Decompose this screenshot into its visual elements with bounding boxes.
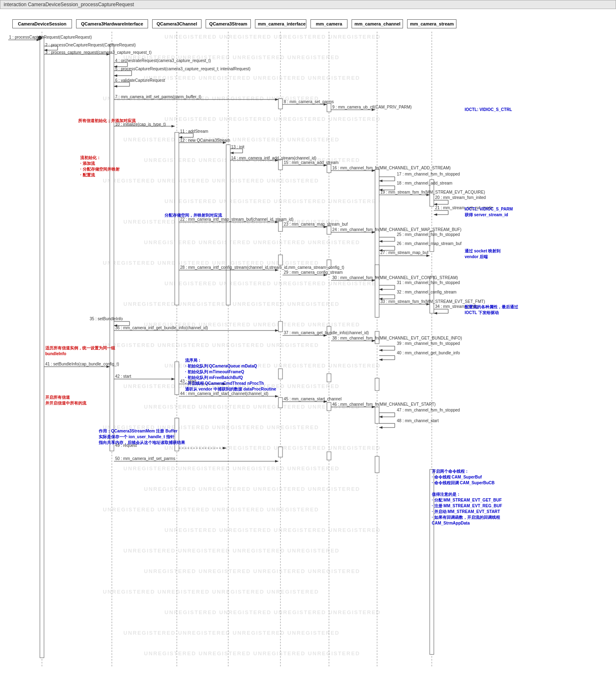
lifeline-header-4: QCamera3Stream bbox=[206, 19, 251, 28]
msg-13-label: 13 : init bbox=[231, 145, 244, 149]
msg-47-label: 47 : mm_channel_fsm_fn_stopped bbox=[397, 408, 460, 412]
watermark-13: UNREGISTERED UNREGISTERED UNREGISTERED U… bbox=[164, 280, 381, 287]
msg-28-label: 28 : mm_camera_intf_config_stream(channe… bbox=[180, 265, 344, 270]
svg-rect-14 bbox=[226, 145, 230, 305]
svg-rect-9 bbox=[40, 37, 44, 658]
note-config-stream: 配置流的各种属性，最后通过 IOCTL 下发给驱动 bbox=[465, 304, 518, 316]
svg-rect-34 bbox=[375, 378, 379, 391]
svg-rect-30 bbox=[327, 452, 331, 460]
msg-1-label: 1 : processCaptureRequest(CaptureRequest… bbox=[9, 35, 92, 39]
msg-8-label: 8 : mm_camera_set_parms bbox=[284, 99, 334, 104]
note-request-buf: 作用：QCamera3StreamMem 注册 Buffer 实际是保存一个 i… bbox=[99, 428, 185, 446]
msg-42-label: 42 : start bbox=[115, 374, 131, 379]
msg-39-label: 39 : mm_channel_fsm_fn_stopped bbox=[397, 341, 460, 346]
msg-25-label: 25 : mm_channel_fsm_fn_stopped bbox=[397, 232, 460, 237]
msg-46-label: 46 : mm_channel_fsm_fn(MM_CHANNEL_EVT_ST… bbox=[332, 402, 435, 407]
note-socket-map: 通过 socket 映射到 vendor 后端 bbox=[465, 248, 500, 260]
svg-rect-10 bbox=[110, 44, 114, 451]
msg-38-label: 38 : mm_channel_fsm_fn(MM_CHANNEL_EVT_GE… bbox=[332, 336, 462, 340]
msg-37-label: 37 : mm_camera_get_bundle_info(channel_i… bbox=[284, 331, 369, 335]
svg-rect-31 bbox=[375, 169, 379, 317]
watermark-14: UNREGISTERED UNREGISTERED UNREGISTERED U… bbox=[123, 301, 340, 307]
msg-19-label: 19 : mm_stream_fsm_fn(MM_STREAM_EVT_ACQU… bbox=[380, 190, 485, 194]
msg-33-label: 33 : mm_stream_fsm_fn(MM_STREAM_EVT_SET_… bbox=[380, 299, 485, 304]
lifeline-header-2: QCamera3HardwareInterface bbox=[76, 19, 148, 28]
msg-26-label: 26 : mm_channel_map_stream_buf bbox=[397, 241, 461, 246]
note-all-channels: 所有信道初始化；并添加对应流 bbox=[78, 118, 136, 124]
msg-24-label: 24 : mm_channel_fsm_fn(MM_CHANNEL_EVT_MA… bbox=[332, 227, 461, 232]
svg-rect-22 bbox=[278, 447, 283, 457]
svg-rect-24 bbox=[327, 164, 331, 173]
msg-6-label: 6 : validateCaptureRequest bbox=[115, 78, 165, 83]
msg-40-label: 40 : mm_channel_get_bundle_info bbox=[397, 351, 460, 355]
svg-rect-21 bbox=[278, 398, 283, 408]
lifeline-header-3: QCamera3Channel bbox=[152, 19, 201, 28]
watermark-3: UNREGISTERED UNREGISTERED UNREGISTERED U… bbox=[144, 75, 360, 81]
note-stream-init: 流初始化： · 添加流 · 分配存储空间并映射 · 配置流 bbox=[80, 155, 120, 178]
watermark-16: UNREGISTERED UNREGISTERED UNREGISTERED U… bbox=[103, 342, 319, 348]
watermark-28: UNREGISTERED UNREGISTERED UNREGISTERED U… bbox=[103, 589, 319, 595]
svg-rect-12 bbox=[175, 362, 179, 395]
msg-5-label: 5 : processCaptureRequest(camera3_captur… bbox=[115, 67, 250, 71]
watermark-22: UNREGISTERED UNREGISTERED UNREGISTERED U… bbox=[123, 465, 340, 472]
lifeline-header-5: mm_camera_interface bbox=[255, 19, 306, 28]
msg-16-label: 16 : mm_channel_fsm_fn(MM_CHANNEL_EVT_AD… bbox=[332, 166, 451, 170]
watermark-21: UNREGISTERED UNREGISTERED UNREGISTERED U… bbox=[164, 445, 381, 451]
msg-32-label: 32 : mm_channel_config_stream bbox=[397, 290, 456, 294]
watermark-6: UNREGISTERED UNREGISTERED UNREGISTERED U… bbox=[123, 136, 340, 143]
svg-rect-25 bbox=[327, 226, 331, 234]
svg-rect-29 bbox=[327, 402, 331, 411]
msg-14-label: 14 : mm_camera_intf_add_stream(channel_i… bbox=[231, 156, 316, 160]
note-alloc-map: 分配存储空间，并映射到对应流 bbox=[164, 213, 222, 218]
msg-45-label: 45 : mm_camera_start_channel bbox=[284, 397, 342, 401]
svg-rect-36 bbox=[375, 456, 379, 473]
msg-11-label: 11 : addStream bbox=[180, 129, 208, 134]
watermark-24: UNREGISTERED UNREGISTERED UNREGISTERED U… bbox=[103, 506, 319, 513]
msg-41-label: 41 : setBundleInfo(cap_bundle_config_t) bbox=[45, 362, 119, 366]
svg-rect-18 bbox=[278, 255, 283, 265]
svg-rect-35 bbox=[375, 407, 379, 423]
title-bar: interaction CameraDeviceSession_processC… bbox=[0, 0, 616, 9]
note-stream-start: 流序局： · 初始化队列 QCameraQueue mDataQ · 初始化队列… bbox=[185, 358, 276, 392]
lifeline-header-7: mm_camera_channel bbox=[352, 19, 403, 28]
lifeline-header-6: mm_camera bbox=[310, 19, 347, 28]
msg-9-label: 9 : mm_camera_ub_ctl(CAM_PRIV_PARM) bbox=[332, 105, 412, 109]
svg-rect-23 bbox=[327, 104, 331, 112]
msg-3-label: 3 : process_capture_request(camera3_capt… bbox=[45, 50, 151, 55]
watermark-31: UNREGISTERED UNREGISTERED UNREGISTERED U… bbox=[144, 650, 360, 657]
msg-35-label: 35 : setBundleInfo bbox=[90, 317, 123, 321]
msg-7-label: 7 : mm_camera_intf_set_parms(parm_buffer… bbox=[115, 95, 201, 99]
msg-36-label: 36 : mm_camera_intf_get_bundle_info(chan… bbox=[115, 326, 208, 330]
msg-23-label: 23 : mm_camera_map_stream_buf bbox=[284, 222, 348, 227]
note-cmd-threads: 开启两个命令线程： · 命令线程 CAM_SuperBuf · 命令线程回调 C… bbox=[432, 469, 502, 526]
msg-4-label: 4 : orchestrateRequest(camera3_capture_r… bbox=[115, 58, 211, 63]
msg-29-label: 29 : mm_camera_config_stream bbox=[284, 270, 343, 275]
note-ioctl-parm: IOCTL: VIDIOC_S_PARM 获得 server_stream_id bbox=[465, 206, 513, 218]
watermark-8: UNREGISTERED UNREGISTERED UNREGISTERED U… bbox=[103, 178, 319, 184]
watermark-30: UNREGISTERED UNREGISTERED UNREGISTERED U… bbox=[123, 630, 340, 636]
svg-rect-19 bbox=[278, 321, 283, 332]
svg-rect-15 bbox=[278, 99, 283, 109]
watermark-25: UNREGISTERED UNREGISTERED UNREGISTERED U… bbox=[164, 527, 381, 533]
msg-48-label: 48 : mm_channel_start bbox=[397, 418, 439, 423]
svg-rect-17 bbox=[278, 221, 283, 231]
msg-20-label: 20 : mm_stream_fsm_inited bbox=[435, 195, 486, 200]
msg-17-label: 17 : mm_channel_fsm_fn_stopped bbox=[397, 172, 460, 176]
watermark-5: UNREGISTERED UNREGISTERED UNREGISTERED U… bbox=[164, 116, 381, 122]
watermark-26: UNREGISTERED UNREGISTERED UNREGISTERED U… bbox=[123, 548, 340, 554]
page-title: interaction CameraDeviceSession_processC… bbox=[4, 2, 134, 7]
watermark-23: UNREGISTERED UNREGISTERED UNREGISTERED U… bbox=[144, 486, 360, 492]
msg-50-label: 50 : mm_camera_intf_set_parms bbox=[115, 456, 175, 461]
note-ioctl-ctrl: IOCTL: VIDIOC_S_CTRL bbox=[465, 107, 512, 113]
watermark-27: UNREGISTERED UNREGISTERED UNREGISTERED U… bbox=[144, 568, 360, 574]
svg-rect-16 bbox=[278, 160, 283, 170]
watermark-11: UNREGISTERED UNREGISTERED UNREGISTERED U… bbox=[144, 239, 360, 245]
note-bundle-info: 适历所有信道实例，统一设置为同一组 bundleInfo bbox=[45, 345, 115, 357]
watermark-9: UNREGISTERED UNREGISTERED UNREGISTERED U… bbox=[164, 198, 381, 204]
note-open-channels: 开启所有信道 并开启信道中所有的流 bbox=[45, 395, 86, 406]
watermark-1: UNREGISTERED UNREGISTERED UNREGISTERED U… bbox=[164, 34, 381, 40]
msg-30-label: 30 : mm_channel_fsm_fn(MM_CHANNEL_EVT_CO… bbox=[332, 275, 458, 280]
msg-15-label: 15 : mm_camera_add_stream bbox=[284, 160, 338, 165]
msg-18-label: 18 : mm_channel_add_stream bbox=[397, 181, 452, 185]
lifeline-header-8: mm_camera_stream bbox=[407, 19, 456, 28]
